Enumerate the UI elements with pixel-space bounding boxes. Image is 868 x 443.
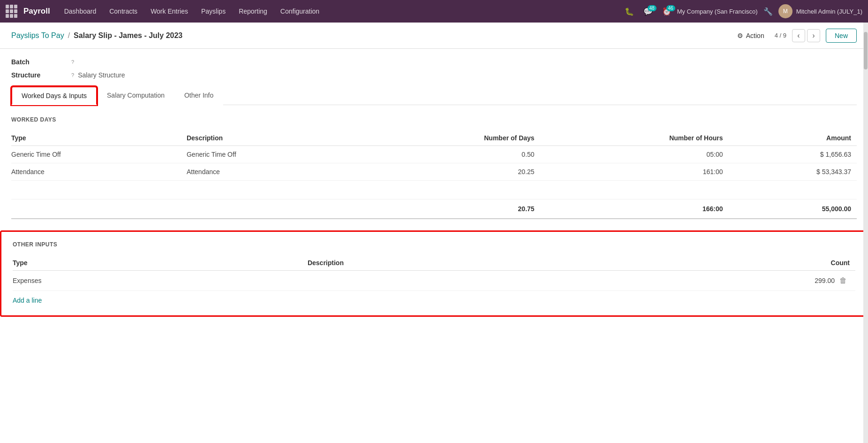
other-inputs-title: OTHER INPUTS <box>13 241 855 248</box>
main-content: Batch ? Structure ? Salary Structure Wor… <box>0 49 868 443</box>
tab-salary-computation[interactable]: Salary Computation <box>97 86 174 105</box>
total-days: 20.75 <box>362 199 540 219</box>
new-button[interactable]: New <box>826 29 857 43</box>
user-name: Mitchell Admin (JULY_1) <box>796 8 862 15</box>
app-grid-icon[interactable] <box>6 5 19 18</box>
structure-help[interactable]: ? <box>71 72 74 78</box>
col-description: Description <box>187 130 362 146</box>
form-area: Batch ? Structure ? Salary Structure Wor… <box>0 49 868 105</box>
gear-icon: ⚙ <box>737 32 743 39</box>
oi-desc <box>308 271 585 291</box>
batch-help[interactable]: ? <box>71 59 74 65</box>
breadcrumb-bar: Payslips To Pay / Salary Slip - James - … <box>0 23 868 49</box>
next-button[interactable]: › <box>807 29 820 42</box>
app-brand: Payroll <box>23 7 50 16</box>
other-inputs-header-row: Type Description Count <box>13 255 855 271</box>
col-days: Number of Days <box>362 130 540 146</box>
wd-type: Generic Time Off <box>11 146 187 163</box>
table-row[interactable]: Expenses 299.00 🗑 <box>13 271 855 291</box>
messages-badge: 48 <box>648 5 657 11</box>
batch-field: Batch ? <box>11 58 857 66</box>
worked-days-title: WORKED DAYS <box>11 116 857 123</box>
nav-dashboard[interactable]: Dashboard <box>59 6 102 17</box>
worked-days-table: Type Description Number of Days Number o… <box>11 130 857 219</box>
col-amount: Amount <box>729 130 857 146</box>
tab-content: WORKED DAYS Type Description Number of D… <box>0 105 868 317</box>
toolbar-actions: ⚙ Action 4 / 9 ‹ › New <box>732 29 857 43</box>
breadcrumb-separator: / <box>68 31 70 40</box>
user-area: M Mitchell Admin (JULY_1) <box>778 4 862 18</box>
structure-field: Structure ? Salary Structure <box>11 71 857 79</box>
action-button[interactable]: ⚙ Action <box>732 30 769 41</box>
col-type: Type <box>11 130 187 146</box>
nav-count: 4 / 9 <box>775 32 786 39</box>
wd-hours: 05:00 <box>540 146 729 163</box>
scrollbar-thumb[interactable] <box>864 32 868 69</box>
tabs-container: Worked Days & Inputs Salary Computation … <box>11 86 857 105</box>
breadcrumb-current: Salary Slip - James - July 2023 <box>74 31 182 40</box>
total-amount: 55,000.00 <box>729 199 857 219</box>
oi-count: 299.00 🗑 <box>585 271 855 291</box>
user-avatar: M <box>778 4 793 18</box>
worked-days-section: WORKED DAYS Type Description Number of D… <box>11 116 857 219</box>
nav-payslips[interactable]: Payslips <box>196 6 231 17</box>
structure-label: Structure <box>11 71 68 79</box>
top-navigation: Payroll Dashboard Contracts Work Entries… <box>0 0 868 23</box>
oi-type: Expenses <box>13 271 308 291</box>
breadcrumb-parent[interactable]: Payslips To Pay <box>11 31 64 40</box>
debug-icon[interactable]: 🐛 <box>621 5 638 18</box>
add-line-button[interactable]: Add a line <box>13 295 42 306</box>
messages-icon[interactable]: 💬48 <box>640 5 657 18</box>
tabs: Worked Days & Inputs Salary Computation … <box>11 86 857 105</box>
worked-days-header-row: Type Description Number of Days Number o… <box>11 130 857 146</box>
other-inputs-table: Type Description Count Expenses 299.00 🗑 <box>13 255 855 291</box>
table-row[interactable]: Generic Time Off Generic Time Off 0.50 0… <box>11 146 857 163</box>
wd-desc: Generic Time Off <box>187 146 362 163</box>
wd-amount: $ 1,656.63 <box>729 146 857 163</box>
structure-value: Salary Structure <box>78 71 125 79</box>
activities-icon[interactable]: ⏰46 <box>658 5 675 18</box>
breadcrumb: Payslips To Pay / Salary Slip - James - … <box>11 31 182 40</box>
wd-days: 0.50 <box>362 146 540 163</box>
oi-col-description: Description <box>308 255 585 271</box>
scrollbar[interactable] <box>863 23 868 443</box>
col-hours: Number of Hours <box>540 130 729 146</box>
settings-icon[interactable]: 🔧 <box>760 5 777 18</box>
oi-col-type: Type <box>13 255 308 271</box>
prev-button[interactable]: ‹ <box>792 29 805 42</box>
delete-row-button[interactable]: 🗑 <box>837 275 850 286</box>
batch-label: Batch <box>11 58 68 66</box>
action-label: Action <box>746 32 764 39</box>
other-inputs-section: OTHER INPUTS Type Description Count Expe… <box>0 230 868 317</box>
wd-type: Attendance <box>11 163 187 181</box>
wd-days: 20.25 <box>362 163 540 181</box>
tab-other-info[interactable]: Other Info <box>174 86 223 105</box>
tab-worked-days[interactable]: Worked Days & Inputs <box>11 86 97 105</box>
total-hours: 166:00 <box>540 199 729 219</box>
nav-arrows: ‹ › <box>792 29 820 42</box>
nav-work-entries[interactable]: Work Entries <box>145 6 194 17</box>
nav-contracts[interactable]: Contracts <box>104 6 143 17</box>
nav-reporting[interactable]: Reporting <box>233 6 273 17</box>
nav-configuration[interactable]: Configuration <box>275 6 325 17</box>
company-name: My Company (San Francisco) <box>677 8 758 15</box>
wd-amount: $ 53,343.37 <box>729 163 857 181</box>
wd-hours: 161:00 <box>540 163 729 181</box>
worked-days-empty-row <box>11 181 857 199</box>
table-row[interactable]: Attendance Attendance 20.25 161:00 $ 53,… <box>11 163 857 181</box>
activities-badge: 46 <box>666 5 675 11</box>
wd-desc: Attendance <box>187 163 362 181</box>
worked-days-total-row: 20.75 166:00 55,000.00 <box>11 199 857 219</box>
oi-col-count: Count <box>585 255 855 271</box>
